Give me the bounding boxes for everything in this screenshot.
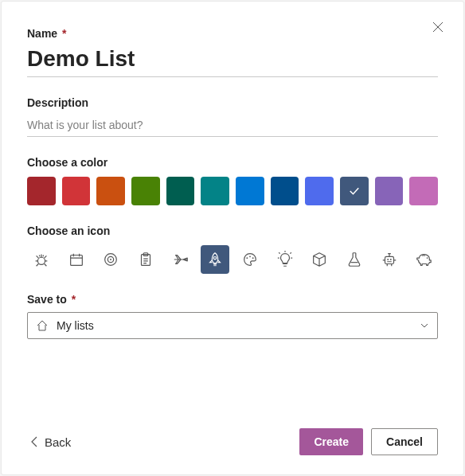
clipboard-icon [137,251,154,268]
description-input[interactable] [27,114,438,137]
color-swatch-dark-blue[interactable] [271,177,299,205]
icon-option-robot[interactable] [375,245,404,274]
close-icon [432,21,444,33]
rocket-icon [206,251,224,268]
chevron-left-icon [30,436,40,447]
name-label: Name * [27,27,438,40]
name-input[interactable] [27,45,438,77]
icon-option-calendar[interactable] [62,245,91,274]
calendar-icon [68,251,85,268]
flask-icon [346,251,363,268]
robot-icon [381,251,398,268]
icon-option-airplane[interactable] [166,245,195,274]
airplane-icon [172,251,190,268]
icon-option-rocket[interactable] [201,245,229,274]
color-swatch-red[interactable] [62,177,91,205]
color-swatch-periwinkle[interactable] [305,177,334,205]
icon-option-cube[interactable] [305,245,334,274]
color-swatch-navy[interactable] [340,177,369,205]
color-swatch-green[interactable] [131,177,160,205]
create-button[interactable]: Create [299,428,363,455]
lightbulb-icon [276,251,294,268]
icon-option-palette[interactable] [236,245,264,274]
cancel-button[interactable]: Cancel [371,428,438,455]
icon-option-piggybank[interactable] [409,245,438,274]
check-icon [347,184,361,198]
cube-icon [311,251,328,268]
chevron-down-icon [420,321,429,330]
piggybank-icon [415,251,432,268]
color-swatch-pink[interactable] [409,177,438,205]
save-to-label: Save to * [27,293,438,306]
icon-option-lightbulb[interactable] [271,245,299,274]
color-swatch-dark-teal[interactable] [166,177,195,205]
save-to-dropdown[interactable]: My lists [27,312,438,339]
color-swatch-blue[interactable] [236,177,264,205]
back-button[interactable]: Back [27,431,74,454]
dialog-footer: Back Create Cancel [27,428,438,455]
icon-option-target[interactable] [96,245,125,274]
choose-icon-label: Choose an icon [27,224,438,237]
icon-option-flask[interactable] [340,245,369,274]
bug-icon [33,251,50,268]
save-to-selected: My lists [57,319,412,332]
close-button[interactable] [427,16,449,38]
palette-icon [241,251,259,268]
description-label: Description [27,96,438,109]
required-star: * [72,293,76,306]
color-swatch-dark-red[interactable] [27,177,56,205]
color-swatch-orange[interactable] [96,177,125,205]
color-swatch-row [27,177,438,205]
color-swatch-teal[interactable] [201,177,229,205]
color-swatch-violet[interactable] [375,177,404,205]
target-icon [102,251,119,268]
icon-swatch-row [27,245,438,274]
required-star: * [62,27,66,40]
icon-option-clipboard[interactable] [131,245,160,274]
create-list-dialog: Name * Description Choose a color Choose… [2,2,463,474]
choose-color-label: Choose a color [27,156,438,169]
home-icon [36,319,49,332]
icon-option-bug[interactable] [27,245,56,274]
